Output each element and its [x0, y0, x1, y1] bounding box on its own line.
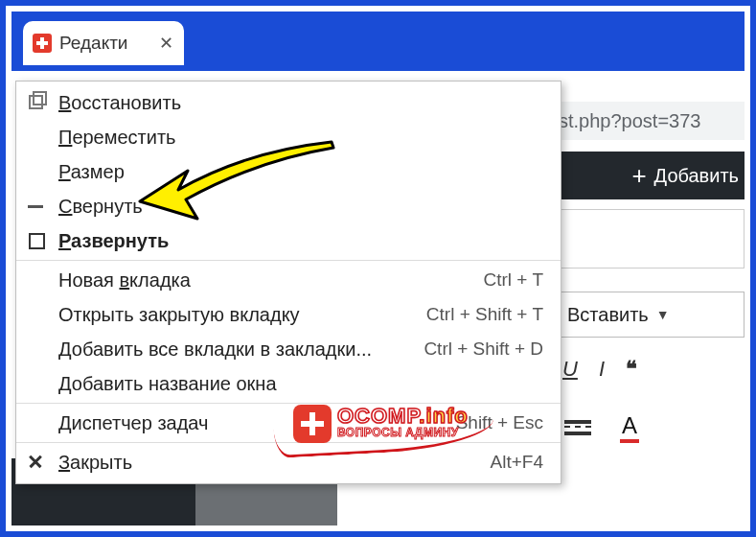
menu-item-size[interactable]: Размер [16, 154, 561, 189]
maximize-icon [28, 232, 45, 249]
format-toolbar: U I ❝ [553, 357, 745, 382]
add-button[interactable]: Добавить [654, 165, 739, 187]
tab-title: Редакти [59, 33, 149, 54]
insert-label: Вставить [567, 304, 649, 326]
shortcut-label: Ctrl + Shift + D [424, 339, 543, 360]
plus-icon: + [631, 163, 646, 188]
minimize-icon [28, 198, 45, 215]
menu-item-task-manager[interactable]: Диспетчер задач Shift + Esc [16, 406, 561, 440]
shortcut-label: Ctrl + T [484, 269, 543, 291]
quote-button[interactable]: ❝ [626, 357, 637, 382]
menu-item-minimize[interactable]: Свернуть [16, 189, 561, 223]
shortcut-label: Shift + Esc [456, 412, 543, 433]
format-toolbar-2: A [553, 412, 745, 443]
url-text: st.php?post=373 [559, 110, 700, 132]
editor-right-column: Вставить ▼ U I ❝ A [553, 199, 745, 525]
outer-frame: Редакти ✕ st.php?post=373 + Добавить Вст… [0, 0, 756, 537]
menu-separator [16, 442, 561, 443]
menu-item-new-tab[interactable]: Новая вкладка Ctrl + T [16, 263, 561, 297]
underline-button[interactable]: U [562, 357, 578, 382]
restore-icon [28, 94, 45, 111]
browser-tabstrip: Редакти ✕ [11, 12, 745, 71]
insert-button[interactable]: Вставить ▼ [553, 292, 745, 338]
close-icon [28, 454, 45, 471]
editor-panel [553, 209, 745, 268]
address-bar-fragment[interactable]: st.php?post=373 [553, 102, 745, 140]
menu-separator [16, 403, 561, 404]
favicon-plus-icon [33, 34, 52, 53]
menu-item-restore[interactable]: Восстановить [16, 85, 561, 120]
browser-tab[interactable]: Редакти ✕ [23, 21, 184, 65]
italic-button[interactable]: I [599, 357, 605, 382]
window-context-menu: Восстановить Переместить Размер Свернуть… [15, 81, 561, 484]
tab-close-icon[interactable]: ✕ [157, 35, 174, 52]
shortcut-label: Ctrl + Shift + T [426, 304, 543, 325]
menu-item-close[interactable]: Закрыть Alt+F4 [16, 445, 561, 479]
chevron-down-icon: ▼ [656, 307, 670, 322]
menu-item-move[interactable]: Переместить [16, 120, 561, 154]
menu-item-reopen-tab[interactable]: Открыть закрытую вкладку Ctrl + Shift + … [16, 297, 561, 332]
menu-item-name-window[interactable]: Добавить название окна [16, 366, 561, 401]
menu-item-bookmark-all[interactable]: Добавить все вкладки в закладки... Ctrl … [16, 332, 561, 366]
text-color-button[interactable]: A [620, 412, 639, 443]
menu-item-maximize[interactable]: Развернуть [16, 223, 561, 258]
separator-icon[interactable] [564, 417, 591, 438]
menu-separator [16, 260, 561, 261]
shortcut-label: Alt+F4 [491, 452, 543, 473]
wp-admin-bar: + Добавить [553, 152, 745, 199]
